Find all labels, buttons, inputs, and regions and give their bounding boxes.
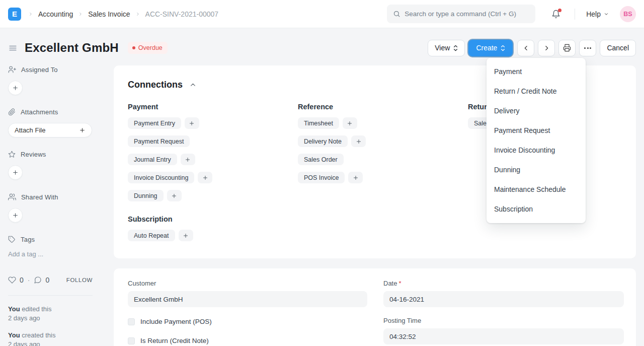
search-input[interactable] [405, 10, 529, 18]
link-journal-entry[interactable]: Journal Entry [128, 154, 177, 165]
add-review-button[interactable] [8, 165, 23, 180]
attach-file-button[interactable]: Attach File [8, 123, 92, 137]
ellipsis-icon [584, 47, 591, 49]
previous-document-button[interactable] [517, 40, 534, 56]
new-auto-repeat-button[interactable] [179, 230, 193, 241]
invoice-form-card: Customer Include Payment (POS) Is Return… [114, 268, 636, 346]
attachments-header: Attachments [8, 108, 107, 116]
posting-time-label: Posting Time [383, 317, 624, 324]
status-badge: Overdue [128, 42, 168, 54]
link-payment-request[interactable]: Payment Request [128, 135, 190, 147]
plus-icon [353, 175, 359, 181]
plus-icon [12, 212, 19, 219]
link-timesheet[interactable]: Timesheet [298, 117, 339, 129]
menu-item-maintenance-schedule[interactable]: Maintenance Schedule [487, 180, 586, 199]
user-avatar[interactable]: BS [620, 6, 636, 22]
link-invoice-discounting[interactable]: Invoice Discounting [128, 172, 194, 183]
new-pos-invoice-button[interactable] [348, 172, 363, 183]
page-actions: View Create Cancel [428, 40, 636, 56]
customer-input[interactable] [128, 291, 367, 307]
include-payment-row: Include Payment (POS) [128, 318, 367, 325]
next-document-button[interactable] [538, 40, 555, 56]
customer-field: Customer [128, 280, 367, 307]
posting-time-input[interactable] [383, 328, 624, 344]
date-label-text: Date [383, 280, 397, 287]
menu-item-invoice-discounting[interactable]: Invoice Discounting [487, 141, 586, 160]
breadcrumb-accounting[interactable]: Accounting [38, 10, 73, 18]
plus-icon [183, 233, 189, 239]
sidebar-toggle-icon[interactable] [8, 43, 18, 53]
date-input[interactable] [383, 291, 624, 307]
connections-group-payment: Payment Payment Entry Payment Request Jo… [128, 103, 298, 248]
menu-item-payment[interactable]: Payment [487, 62, 586, 82]
view-button[interactable]: View [428, 40, 465, 56]
link-payment-entry[interactable]: Payment Entry [128, 117, 181, 129]
status-dot [132, 46, 135, 49]
create-button[interactable]: Create [468, 40, 513, 56]
link-sales-order[interactable]: Sales Order [298, 154, 344, 165]
chevron-left-icon [523, 45, 529, 51]
breadcrumb-current-document: ACC-SINV-2021-00007 [145, 10, 219, 18]
comment-count: 0 [45, 276, 49, 284]
print-button[interactable] [558, 40, 576, 56]
menu-ellipsis-button[interactable] [579, 40, 596, 56]
help-menu[interactable]: Help [586, 10, 609, 18]
link-dunning[interactable]: Dunning [128, 190, 164, 201]
customer-label: Customer [128, 280, 367, 287]
create-label: Create [476, 44, 497, 52]
app-logo[interactable]: E [8, 8, 21, 21]
form-grid: Customer Include Payment (POS) Is Return… [128, 280, 624, 344]
assigned-to-label: Assigned To [21, 66, 58, 74]
link-pos-invoice[interactable]: POS Invoice [298, 172, 345, 183]
navbar-right: Help BS [387, 5, 636, 23]
include-payment-checkbox[interactable] [128, 318, 135, 325]
status-label: Overdue [138, 44, 163, 51]
create-dropdown-menu: Payment Return / Credit Note Delivery Pa… [487, 58, 586, 223]
link-auto-repeat[interactable]: Auto Repeat [128, 230, 175, 241]
plus-icon [202, 175, 208, 181]
chevron-up-icon[interactable] [190, 82, 196, 88]
user-plus-icon [8, 65, 16, 74]
menu-item-return-credit-note[interactable]: Return / Credit Note [487, 82, 586, 101]
menu-item-payment-request[interactable]: Payment Request [487, 121, 586, 141]
tags-label: Tags [21, 236, 35, 243]
new-invoice-discounting-button[interactable] [198, 172, 212, 183]
plus-icon [12, 85, 19, 91]
new-dunning-button[interactable] [167, 190, 182, 201]
plus-icon [347, 120, 353, 126]
chevron-right-icon [28, 12, 33, 17]
menu-item-delivery[interactable]: Delivery [487, 101, 586, 121]
follow-button[interactable]: FOLLOW [66, 277, 93, 283]
global-search[interactable] [387, 5, 535, 23]
connections-group-reference: Reference Timesheet Delivery Note Sales … [298, 103, 468, 248]
sidebar-footer: 0 · 0 FOLLOW You edited this 2 days ago … [8, 276, 93, 346]
chevron-right-icon [135, 12, 140, 17]
shared-with-header: Shared With [8, 193, 107, 201]
new-journal-entry-button[interactable] [181, 154, 195, 165]
add-tag-input[interactable]: Add a tag ... [8, 250, 107, 258]
notifications-bell-icon[interactable] [551, 10, 560, 19]
cancel-label: Cancel [607, 44, 629, 52]
connections-group-subscription: Subscription Auto Repeat [128, 215, 298, 241]
activity-created: You created this 2 days ago [8, 331, 93, 346]
comment-icon[interactable] [34, 276, 42, 284]
menu-item-subscription[interactable]: Subscription [487, 199, 586, 219]
chevron-right-icon [78, 12, 83, 17]
select-caret-icon [453, 45, 458, 51]
is-return-checkbox[interactable] [128, 337, 135, 344]
new-delivery-note-button[interactable] [351, 135, 366, 147]
help-label: Help [586, 10, 601, 18]
like-heart-icon[interactable] [8, 276, 16, 284]
new-timesheet-button[interactable] [343, 117, 357, 129]
menu-item-dunning[interactable]: Dunning [487, 160, 586, 180]
sidebar-divider [8, 295, 93, 296]
chevron-right-icon [543, 45, 550, 51]
star-icon [8, 151, 16, 158]
add-assignment-button[interactable] [8, 81, 23, 95]
cancel-button[interactable]: Cancel [600, 40, 636, 56]
link-delivery-note[interactable]: Delivery Note [298, 135, 348, 147]
add-share-button[interactable] [8, 208, 23, 223]
paperclip-icon [8, 108, 16, 116]
breadcrumb-sales-invoice[interactable]: Sales Invoice [88, 10, 130, 18]
new-payment-entry-button[interactable] [185, 117, 199, 129]
